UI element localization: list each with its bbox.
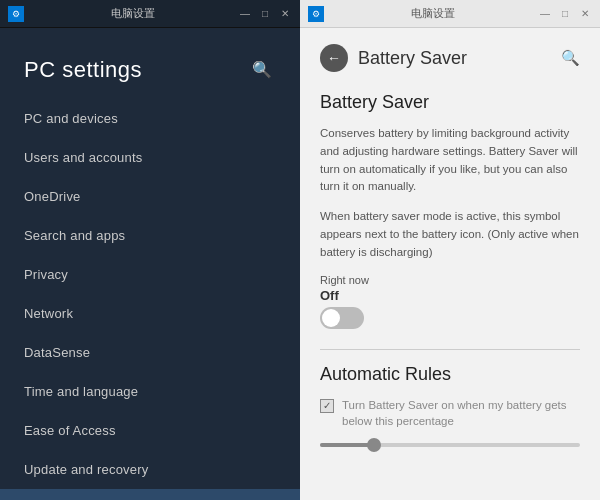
description-1: Conserves battery by limiting background… xyxy=(320,125,580,196)
maximize-btn-right[interactable]: □ xyxy=(558,8,572,19)
right-header-left: ← Battery Saver xyxy=(320,44,467,72)
left-title-bar: ⚙ 电脑设置 — □ ✕ xyxy=(0,0,300,28)
description-2: When battery saver mode is active, this … xyxy=(320,208,580,261)
left-panel-title: PC settings xyxy=(24,57,142,83)
minimize-btn-left[interactable]: — xyxy=(238,8,252,19)
battery-saver-status: Off xyxy=(320,288,580,303)
minimize-btn-right[interactable]: — xyxy=(538,8,552,19)
right-title-bar: ⚙ 电脑设置 — □ ✕ xyxy=(300,0,600,28)
left-window-controls: — □ ✕ xyxy=(238,8,292,19)
right-title-bar-label: 电脑设置 xyxy=(328,6,538,21)
back-button[interactable]: ← xyxy=(320,44,348,72)
sidebar-item-search-and-apps[interactable]: Search and apps xyxy=(0,216,300,255)
sidebar-item-time-and-language[interactable]: Time and language xyxy=(0,372,300,411)
right-search-icon[interactable]: 🔍 xyxy=(561,49,580,67)
sidebar-item-battery-saver[interactable]: Battery Saver xyxy=(0,489,300,500)
right-panel-header-title: Battery Saver xyxy=(358,48,467,69)
right-now-label: Right now xyxy=(320,274,580,286)
section-divider xyxy=(320,349,580,350)
sidebar-item-ease-of-access[interactable]: Ease of Access xyxy=(0,411,300,450)
sidebar-item-datasense[interactable]: DataSense xyxy=(0,333,300,372)
sidebar-item-privacy[interactable]: Privacy xyxy=(0,255,300,294)
slider-track xyxy=(320,443,580,447)
search-icon[interactable]: 🔍 xyxy=(248,56,276,83)
slider-thumb[interactable] xyxy=(367,438,381,452)
toggle-knob xyxy=(322,309,340,327)
sidebar-item-pc-and-devices[interactable]: PC and devices xyxy=(0,99,300,138)
left-header: PC settings 🔍 xyxy=(0,28,300,99)
right-header: ← Battery Saver 🔍 xyxy=(300,28,600,84)
maximize-btn-left[interactable]: □ xyxy=(258,8,272,19)
automatic-rules-title: Automatic Rules xyxy=(320,364,580,385)
toggle-container xyxy=(320,307,580,329)
sidebar-item-network[interactable]: Network xyxy=(0,294,300,333)
right-window-controls: — □ ✕ xyxy=(538,8,592,19)
sidebar-item-users-and-accounts[interactable]: Users and accounts xyxy=(0,138,300,177)
checkbox-label: Turn Battery Saver on when my battery ge… xyxy=(342,397,580,429)
battery-threshold-checkbox[interactable] xyxy=(320,399,334,413)
close-btn-left[interactable]: ✕ xyxy=(278,8,292,19)
battery-saver-section-title: Battery Saver xyxy=(320,92,580,113)
sidebar-item-onedrive[interactable]: OneDrive xyxy=(0,177,300,216)
right-content: Battery Saver Conserves battery by limit… xyxy=(300,84,600,500)
app-icon-right: ⚙ xyxy=(308,6,324,22)
left-panel: ⚙ 电脑设置 — □ ✕ PC settings 🔍 PC and device… xyxy=(0,0,300,500)
nav-list: PC and devices Users and accounts OneDri… xyxy=(0,99,300,500)
battery-threshold-slider[interactable] xyxy=(320,443,580,447)
sidebar-item-update-and-recovery[interactable]: Update and recovery xyxy=(0,450,300,489)
app-icon-left: ⚙ xyxy=(8,6,24,22)
left-title-bar-label: 电脑设置 xyxy=(28,6,238,21)
battery-saver-toggle[interactable] xyxy=(320,307,364,329)
slider-fill xyxy=(320,443,372,447)
right-panel: ⚙ 电脑设置 — □ ✕ ← Battery Saver 🔍 Battery S… xyxy=(300,0,600,500)
close-btn-right[interactable]: ✕ xyxy=(578,8,592,19)
checkbox-row: Turn Battery Saver on when my battery ge… xyxy=(320,397,580,429)
